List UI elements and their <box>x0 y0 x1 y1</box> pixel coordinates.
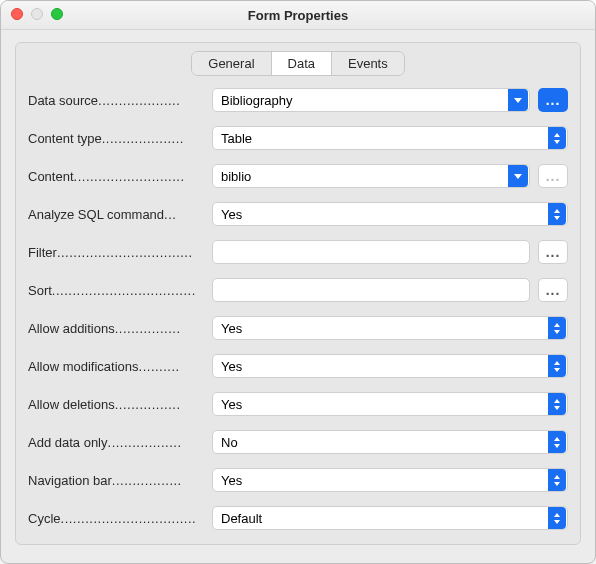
label-analyze-sql: Analyze SQL command... <box>28 207 204 222</box>
data-source-browse-button[interactable]: ... <box>538 88 568 112</box>
cycle-select[interactable] <box>212 506 568 530</box>
row-content-type: Content type.................... <box>28 126 568 150</box>
tab-events[interactable]: Events <box>331 51 405 76</box>
allow-deletions-select[interactable] <box>212 392 568 416</box>
content-input[interactable] <box>213 165 508 187</box>
navigation-bar-value[interactable] <box>213 469 548 491</box>
label-content: Content........................... <box>28 169 204 184</box>
content-type-value[interactable] <box>213 127 548 149</box>
content-browse-button[interactable]: ... <box>538 164 568 188</box>
row-data-source: Data source.................... ... <box>28 88 568 112</box>
updown-icon[interactable] <box>548 469 566 491</box>
allow-modifications-select[interactable] <box>212 354 568 378</box>
label-cycle: Cycle................................. <box>28 511 204 526</box>
allow-additions-value[interactable] <box>213 317 548 339</box>
label-content-type: Content type.................... <box>28 131 204 146</box>
label-allow-additions: Allow additions................ <box>28 321 204 336</box>
updown-icon[interactable] <box>548 431 566 453</box>
content-area: General Data Events Data source.........… <box>1 30 595 561</box>
row-cycle: Cycle................................. <box>28 506 568 530</box>
allow-modifications-value[interactable] <box>213 355 548 377</box>
chevron-down-icon[interactable] <box>508 89 528 111</box>
label-allow-deletions: Allow deletions................ <box>28 397 204 412</box>
minimize-icon[interactable] <box>31 8 43 20</box>
row-filter: Filter................................. … <box>28 240 568 264</box>
analyze-sql-select[interactable] <box>212 202 568 226</box>
properties-panel: General Data Events Data source.........… <box>15 42 581 545</box>
cycle-value[interactable] <box>213 507 548 529</box>
filter-input-wrap <box>212 240 530 264</box>
row-allow-additions: Allow additions................ <box>28 316 568 340</box>
updown-icon[interactable] <box>548 507 566 529</box>
data-source-input[interactable] <box>213 89 508 111</box>
row-content: Content........................... ... <box>28 164 568 188</box>
updown-icon[interactable] <box>548 355 566 377</box>
row-sort: Sort................................... … <box>28 278 568 302</box>
content-combo[interactable] <box>212 164 530 188</box>
filter-browse-button[interactable]: ... <box>538 240 568 264</box>
allow-deletions-value[interactable] <box>213 393 548 415</box>
updown-icon[interactable] <box>548 127 566 149</box>
add-data-only-value[interactable] <box>213 431 548 453</box>
form-rows: Data source.................... ... Cont… <box>16 88 580 530</box>
label-add-data-only: Add data only.................. <box>28 435 204 450</box>
navigation-bar-select[interactable] <box>212 468 568 492</box>
updown-icon[interactable] <box>548 203 566 225</box>
window-title: Form Properties <box>248 8 348 23</box>
label-filter: Filter................................. <box>28 245 204 260</box>
tab-bar: General Data Events <box>16 43 580 88</box>
zoom-icon[interactable] <box>51 8 63 20</box>
form-properties-window: Form Properties General Data Events Data… <box>0 0 596 564</box>
sort-browse-button[interactable]: ... <box>538 278 568 302</box>
label-navigation-bar: Navigation bar................. <box>28 473 204 488</box>
data-source-combo[interactable] <box>212 88 530 112</box>
title-bar: Form Properties <box>1 1 595 30</box>
row-add-data-only: Add data only.................. <box>28 430 568 454</box>
updown-icon[interactable] <box>548 393 566 415</box>
tab-data[interactable]: Data <box>271 51 332 76</box>
allow-additions-select[interactable] <box>212 316 568 340</box>
window-controls <box>11 8 63 20</box>
row-navigation-bar: Navigation bar................. <box>28 468 568 492</box>
sort-input[interactable] <box>213 279 529 301</box>
row-analyze-sql: Analyze SQL command... <box>28 202 568 226</box>
close-icon[interactable] <box>11 8 23 20</box>
sort-input-wrap <box>212 278 530 302</box>
filter-input[interactable] <box>213 241 529 263</box>
tab-general[interactable]: General <box>191 51 271 76</box>
updown-icon[interactable] <box>548 317 566 339</box>
content-type-select[interactable] <box>212 126 568 150</box>
chevron-down-icon[interactable] <box>508 165 528 187</box>
row-allow-deletions: Allow deletions................ <box>28 392 568 416</box>
row-allow-modifications: Allow modifications.......... <box>28 354 568 378</box>
add-data-only-select[interactable] <box>212 430 568 454</box>
label-data-source: Data source.................... <box>28 93 204 108</box>
analyze-sql-value[interactable] <box>213 203 548 225</box>
label-sort: Sort................................... <box>28 283 204 298</box>
label-allow-modifications: Allow modifications.......... <box>28 359 204 374</box>
